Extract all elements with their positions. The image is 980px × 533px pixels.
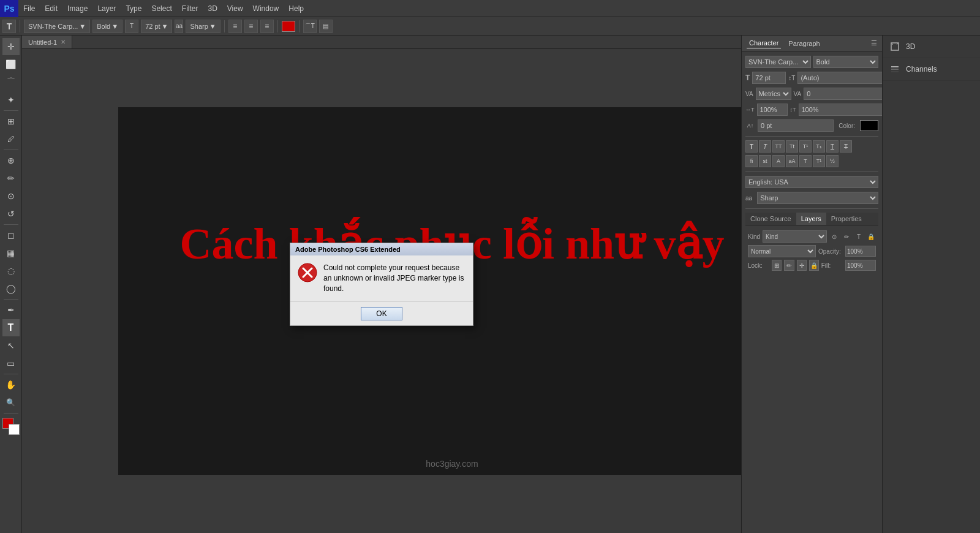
lock-position-btn[interactable]: ✏: [784, 260, 794, 271]
baseline-input[interactable]: [758, 119, 834, 132]
3d-panel-item[interactable]: 3D: [883, 36, 980, 58]
ligature-fi-btn[interactable]: fi: [745, 155, 758, 167]
history-brush-tool[interactable]: ↺: [2, 205, 20, 222]
layer-icon1[interactable]: ⊙: [829, 232, 839, 241]
font-size-input[interactable]: [752, 72, 786, 84]
menu-select[interactable]: Select: [146, 0, 176, 17]
clone-stamp-tool[interactable]: ⊙: [2, 187, 20, 205]
lock-all-btn[interactable]: 🔒: [809, 260, 819, 271]
ok-button[interactable]: OK: [361, 307, 402, 320]
tab-close-icon[interactable]: ✕: [61, 39, 66, 45]
layer-icon4[interactable]: 🔒: [866, 232, 876, 241]
fraction-btn[interactable]: ½: [826, 155, 839, 167]
lock-pixels-btn[interactable]: ⊞: [772, 260, 782, 271]
contextual-btn[interactable]: T: [799, 155, 812, 167]
menu-edit[interactable]: Edit: [40, 0, 62, 17]
shape-tool[interactable]: ▭: [2, 355, 20, 372]
leading-input[interactable]: [797, 72, 888, 84]
oldstyle-btn[interactable]: aA: [786, 155, 798, 167]
opacity-label: Opacity:: [818, 248, 843, 255]
brush-tool[interactable]: ✏: [2, 170, 20, 187]
font-size-selector[interactable]: 72 pt ▼: [141, 20, 172, 33]
strikethrough-btn[interactable]: T: [840, 140, 852, 153]
menu-type[interactable]: Type: [121, 0, 146, 17]
char-panel-menu[interactable]: ☰: [871, 39, 877, 47]
dodge-tool[interactable]: ◯: [2, 280, 20, 297]
quick-select-tool[interactable]: ✦: [2, 91, 20, 108]
superscript-btn[interactable]: T¹: [799, 140, 812, 153]
zoom-tool[interactable]: 🔍: [2, 394, 20, 411]
clone-source-tab[interactable]: Clone Source: [745, 213, 796, 225]
warp-text-icon[interactable]: ⌒T: [303, 20, 317, 33]
font-name-selector[interactable]: SVN-The Carp... ▼: [24, 20, 90, 33]
menu-filter[interactable]: Filter: [177, 0, 203, 17]
marquee-tool[interactable]: ⬜: [2, 56, 20, 73]
smallcaps-btn[interactable]: Tt: [786, 140, 798, 153]
tracking-input[interactable]: [804, 88, 894, 100]
spot-heal-tool[interactable]: ⊕: [2, 152, 20, 169]
text-tool-icon[interactable]: T: [2, 20, 16, 33]
underline-btn[interactable]: T: [826, 140, 839, 153]
bold-btn[interactable]: T: [745, 140, 758, 153]
tab-character[interactable]: Character: [747, 38, 781, 48]
channels-panel-item[interactable]: Channels: [883, 58, 980, 81]
properties-tab[interactable]: Properties: [826, 213, 867, 225]
opacity-input[interactable]: [845, 246, 876, 257]
discretionary-btn[interactable]: T¹: [813, 155, 825, 167]
antialias-select[interactable]: Sharp: [757, 192, 878, 204]
tab-paragraph[interactable]: Paragraph: [786, 39, 822, 48]
canvas-tab[interactable]: Untitled-1 ✕: [22, 36, 72, 48]
menu-layer[interactable]: Layer: [92, 0, 121, 17]
3d-label: 3D: [906, 42, 915, 51]
font-style-selector[interactable]: Bold ▼: [92, 20, 123, 33]
dialog-message: Could not complete your request because …: [323, 263, 466, 293]
font-style-select[interactable]: Bold: [813, 56, 879, 68]
fill-input[interactable]: [845, 260, 876, 271]
menu-view[interactable]: View: [222, 0, 248, 17]
kerning-icon: VA: [745, 91, 753, 97]
hscale-input[interactable]: [757, 104, 788, 116]
pen-tool[interactable]: ✒: [2, 301, 20, 319]
anti-alias-selector[interactable]: Sharp ▼: [186, 20, 220, 33]
color-label: Color:: [839, 123, 855, 129]
align-right-icon[interactable]: ≡: [260, 20, 274, 33]
menu-help[interactable]: Help: [284, 0, 309, 17]
path-select-tool[interactable]: ↖: [2, 337, 20, 354]
layer-icon2[interactable]: ✏: [842, 232, 851, 241]
ligature-st-btn[interactable]: st: [759, 155, 771, 167]
text-color-swatch[interactable]: [282, 21, 295, 32]
crop-tool[interactable]: ⊞: [2, 113, 20, 130]
eyedropper-tool[interactable]: 🖊: [2, 130, 20, 148]
gradient-tool[interactable]: ▦: [2, 244, 20, 262]
align-center-icon[interactable]: ≡: [244, 20, 258, 33]
toggle-panels-icon[interactable]: ▤: [319, 20, 333, 33]
eraser-tool[interactable]: ◻: [2, 227, 20, 244]
menu-window[interactable]: Window: [248, 0, 284, 17]
font-size-label-icon: T: [125, 20, 138, 33]
italic-btn[interactable]: T: [759, 140, 771, 153]
subscript-btn[interactable]: T₁: [813, 140, 825, 153]
lasso-tool[interactable]: ⌒: [2, 74, 20, 91]
language-select[interactable]: English: USA: [745, 176, 878, 188]
text-tool[interactable]: T: [2, 319, 20, 336]
font-family-select[interactable]: SVN-The Carp...: [745, 56, 811, 68]
menu-3d[interactable]: 3D: [203, 0, 222, 17]
move-tool[interactable]: ✛: [2, 38, 20, 55]
hand-tool[interactable]: ✋: [2, 376, 20, 393]
color-swatch[interactable]: [860, 120, 878, 131]
layer-kind-select[interactable]: Kind: [763, 230, 827, 243]
menu-file[interactable]: File: [18, 0, 40, 17]
background-color[interactable]: [9, 424, 20, 435]
vscale-input[interactable]: [799, 104, 889, 116]
layers-tab[interactable]: Layers: [796, 213, 826, 225]
menu-image[interactable]: Image: [62, 0, 92, 17]
layer-icon3[interactable]: T: [854, 232, 864, 241]
uppercase-btn[interactable]: TT: [772, 140, 785, 153]
lock-move-btn[interactable]: ✛: [797, 260, 807, 271]
ordinal-btn[interactable]: A: [772, 155, 785, 167]
blend-mode-select[interactable]: Normal: [748, 245, 816, 257]
align-left-icon[interactable]: ≡: [228, 20, 242, 33]
kerning-select[interactable]: Metrics: [756, 88, 791, 100]
channels-icon: [889, 63, 901, 75]
blur-tool[interactable]: ◌: [2, 262, 20, 279]
